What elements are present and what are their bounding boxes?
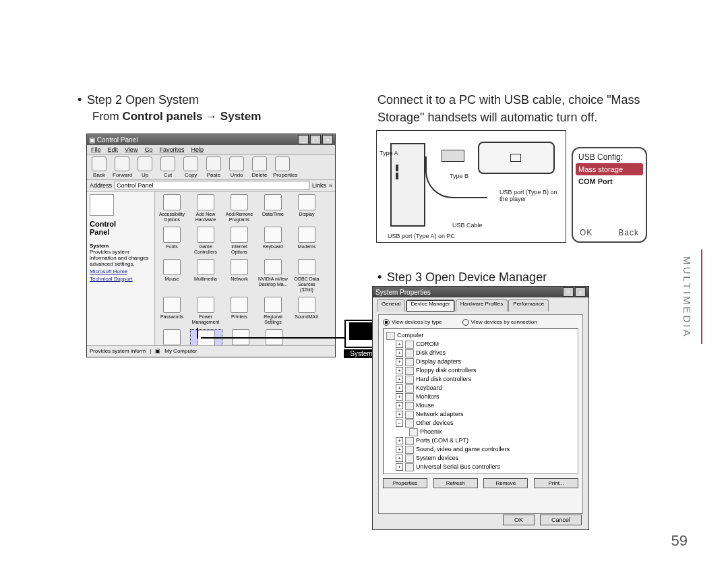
back-button[interactable]: Back [90,156,109,178]
softkey-ok[interactable]: OK [580,228,593,237]
paste-button[interactable]: Paste [204,156,223,178]
cp-icon-mouse[interactable]: Mouse [156,259,187,293]
tree-item[interactable]: + Floppy disk controllers [396,366,575,375]
properties-button[interactable]: Properties [273,156,292,178]
cp-icon-add-remove-programs[interactable]: Add/Remove Programs [224,194,255,223]
device-icon [405,402,414,410]
properties-button[interactable]: Properties [383,478,427,488]
undo-button[interactable]: Undo [227,156,246,178]
tree-item[interactable]: Phoenix [409,428,575,436]
help-icon[interactable]: ? [563,287,574,297]
cp-icon-odbc-data-sources-32bit-[interactable]: ODBC Data Sources (32bit) [291,259,322,293]
cp-menubar[interactable]: FileEditViewGoFavoritesHelp [87,145,335,155]
player-icon [478,142,555,174]
radio-by-connection[interactable]: View devices by connection [462,319,537,326]
softkey-back[interactable]: Back [618,228,639,237]
tree-item[interactable]: + Disk drives [396,349,575,357]
phone-screen: USB Config: Mass storage COM Port OK Bac… [572,147,647,243]
step2-heading: •Step 2 Open System [78,91,361,109]
close-icon[interactable]: × [575,287,586,297]
usb-diagram: Type A Type B USB port (Type B) on the p… [376,130,566,243]
cp-icon-printers[interactable]: Printers [224,297,255,325]
tree-item[interactable]: + Monitors [396,392,575,401]
cp-icon-keyboard[interactable]: Keyboard [257,227,289,255]
device-icon [405,411,414,419]
tree-item[interactable]: + CDROM [396,340,575,349]
radio-by-type[interactable]: View devices by type [383,319,442,326]
tree-item[interactable]: + Network adapters [396,410,575,419]
device-icon [405,419,414,428]
cp-toolbar[interactable]: Back Forward Up Cut Copy Paste Undo Dele… [87,155,335,180]
cp-icon-fonts[interactable]: Fonts [156,227,187,255]
cp-icon-soundmax[interactable]: SoundMAX [291,297,322,325]
device-tree[interactable]: Computer+ CDROM+ Disk drives+ Display ad… [383,328,578,474]
cut-button[interactable]: Cut [158,156,177,178]
tab-general[interactable]: General [377,299,405,312]
refresh-button[interactable]: Refresh [433,478,478,488]
sp-tabs[interactable]: General Device Manager Hardware Profiles… [373,297,588,312]
cp-icon-regional-settings[interactable]: Regional Settings [257,297,289,325]
cp-icon-nvidia-nview-desktop-ma-[interactable]: NVIDIA nView Desktop Ma... [257,259,289,293]
cp-icon-add-new-hardware[interactable]: Add New Hardware [190,194,221,223]
folder-icon: ▣ [89,136,95,144]
tree-item[interactable]: + Universal Serial Bus controllers [396,463,575,471]
cp-icon-power-management[interactable]: Power Management [190,297,221,325]
cp-icon-modems[interactable]: Modems [291,227,322,255]
step3-heading: •Step 3 Open Device Manager [377,268,547,286]
device-icon [405,437,414,445]
forward-button[interactable]: Forward [113,156,131,178]
cp-icon-passwords[interactable]: Passwords [156,297,187,325]
tree-item[interactable]: + Display adapters [396,357,575,366]
page-number: 59 [671,532,688,550]
device-icon [405,341,414,349]
cp-side-panel: Control Panel SystemProvides system info… [87,192,155,345]
tree-item[interactable]: + Mouse [396,401,575,410]
cp-icon-game-controllers[interactable]: Game Controllers [190,227,221,255]
device-icon [405,384,414,392]
tab-hardware-profiles[interactable]: Hardware Profiles [456,299,508,312]
cp-addressbar[interactable]: Address Links» [87,180,335,192]
cp-icon-network[interactable]: Network [224,259,255,293]
control-panel-window: ▣ Control Panel _ ▢ × FileEditViewGoFavo… [86,134,336,357]
cp-icon-internet-options[interactable]: Internet Options [224,227,255,255]
tree-item[interactable]: − Other devices [396,419,575,428]
delete-button[interactable]: Delete [250,156,269,178]
maximize-icon[interactable]: ▢ [310,135,321,144]
minimize-icon[interactable]: _ [298,135,309,144]
tab-device-manager[interactable]: Device Manager [406,299,454,312]
address-input[interactable] [115,181,309,190]
close-icon[interactable]: × [322,135,333,144]
up-button[interactable]: Up [135,156,154,178]
tree-root[interactable]: Computer [386,331,575,340]
tree-item[interactable]: + Sound, video and game controllers [396,445,575,454]
tree-item[interactable]: + Ports (COM & LPT) [396,436,575,445]
cp-hero-icon [90,194,114,216]
copy-button[interactable]: Copy [181,156,200,178]
remove-button[interactable]: Remove [483,478,528,488]
print-button[interactable]: Print... [534,478,578,488]
device-icon [405,455,414,463]
cp-icon-accessibility-options[interactable]: Accessibility Options [156,194,187,223]
cp-icon-date-time[interactable]: Date/Time [257,194,289,223]
cancel-button[interactable]: Cancel [540,515,582,525]
device-icon [405,393,414,401]
sp-titlebar: System Properties ? × [373,287,588,297]
mass-storage-option[interactable]: Mass storage [576,163,643,175]
sp-view-mode[interactable]: View devices by type View devices by con… [383,319,578,326]
tree-item[interactable]: + System devices [396,454,575,463]
tab-performance[interactable]: Performance [508,299,549,312]
callout-arrow [201,337,345,339]
com-port-option[interactable]: COM Port [573,175,646,187]
tree-item[interactable]: + Keyboard [396,384,575,392]
cp-icon-display[interactable]: Display [291,194,322,223]
tech-support-link[interactable]: Technical Support [90,276,152,282]
cp-icon-sounds[interactable]: Sounds [156,329,187,345]
cp-icon-multimedia[interactable]: Multimedia [190,259,221,293]
cp-icon-area[interactable]: Accessibility OptionsAdd New HardwareAdd… [155,192,335,345]
ms-home-link[interactable]: Microsoft Home [90,268,152,274]
tree-item[interactable]: + Hard disk controllers [396,375,575,384]
right-paragraph: Connect it to a PC with USB cable, choic… [377,91,661,126]
device-icon [409,428,418,436]
ok-button[interactable]: OK [503,515,535,525]
computer-icon [386,332,395,340]
